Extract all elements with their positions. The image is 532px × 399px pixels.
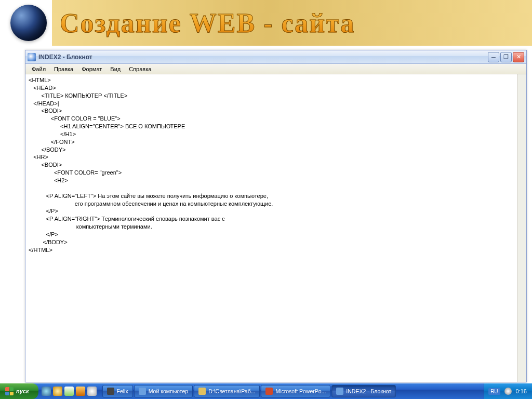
mail-icon[interactable] bbox=[87, 387, 97, 396]
notepad-icon bbox=[28, 53, 36, 61]
desktop-icon[interactable] bbox=[53, 387, 62, 396]
ie-icon[interactable] bbox=[42, 387, 51, 396]
folder-icon bbox=[198, 388, 206, 395]
menu-bar: Файл Правка Формат Вид Справка bbox=[25, 64, 526, 74]
menu-help[interactable]: Справка bbox=[125, 65, 155, 73]
task-item-folder[interactable]: D:\Светлана\Раб... bbox=[194, 385, 260, 397]
start-button[interactable]: пуск bbox=[0, 383, 38, 399]
tray-status-icon[interactable] bbox=[504, 388, 512, 395]
task-label: D:\Светлана\Раб... bbox=[208, 388, 255, 394]
task-app-icon bbox=[107, 388, 114, 395]
quick-launch bbox=[38, 387, 100, 396]
window-controls: ─ ❐ ✕ bbox=[488, 52, 524, 62]
task-item-mycomputer[interactable]: Мой компьютер bbox=[134, 385, 193, 397]
menu-format[interactable]: Формат bbox=[77, 65, 106, 73]
task-item-felix[interactable]: Felix bbox=[102, 385, 133, 397]
text-area[interactable]: <HTML> <HEAD> <TITLE> КОМПЬЮТЕР </TITLE>… bbox=[25, 74, 526, 382]
window-title: INDEX2 - Блокнот bbox=[38, 54, 488, 61]
task-label: Microsoft PowerPo... bbox=[275, 388, 326, 394]
start-label: пуск bbox=[16, 388, 29, 394]
powerpoint-icon bbox=[265, 388, 273, 395]
menu-edit[interactable]: Правка bbox=[50, 65, 77, 73]
maximize-button[interactable]: ❐ bbox=[500, 52, 512, 62]
media-icon[interactable] bbox=[76, 387, 85, 396]
task-label: Мой компьютер bbox=[149, 388, 188, 394]
slide-title: Создание WEB - сайта bbox=[60, 8, 355, 38]
windows-logo-icon bbox=[5, 387, 14, 395]
taskbar: пуск Felix Мой компьютер D:\Светлана\Раб… bbox=[0, 383, 532, 399]
menu-file[interactable]: Файл bbox=[28, 65, 50, 73]
globe-icon bbox=[10, 5, 47, 41]
clock[interactable]: 0:16 bbox=[516, 388, 527, 394]
text-content: <HTML> <HEAD> <TITLE> КОМПЬЮТЕР </TITLE>… bbox=[29, 77, 273, 253]
vertical-scrollbar[interactable] bbox=[517, 74, 526, 382]
task-label: Felix bbox=[117, 388, 128, 394]
task-label: INDEX2 - Блокнот bbox=[346, 388, 391, 394]
menu-view[interactable]: Вид bbox=[106, 65, 125, 73]
language-indicator[interactable]: RU bbox=[488, 388, 500, 395]
minimize-button[interactable]: ─ bbox=[488, 52, 499, 62]
notepad-window: INDEX2 - Блокнот ─ ❐ ✕ Файл Правка Форма… bbox=[25, 50, 527, 382]
app-icon[interactable] bbox=[64, 387, 74, 396]
window-titlebar[interactable]: INDEX2 - Блокнот ─ ❐ ✕ bbox=[25, 50, 526, 64]
slide-header-banner: Создание WEB - сайта bbox=[0, 0, 532, 46]
task-items-area: Felix Мой компьютер D:\Светлана\Раб... M… bbox=[100, 385, 484, 397]
close-button[interactable]: ✕ bbox=[513, 52, 524, 62]
task-item-notepad[interactable]: INDEX2 - Блокнот bbox=[331, 385, 396, 397]
task-item-powerpoint[interactable]: Microsoft PowerPo... bbox=[261, 385, 330, 397]
notepad-task-icon bbox=[336, 388, 343, 395]
computer-icon bbox=[139, 388, 146, 395]
system-tray: RU 0:16 bbox=[484, 383, 532, 399]
